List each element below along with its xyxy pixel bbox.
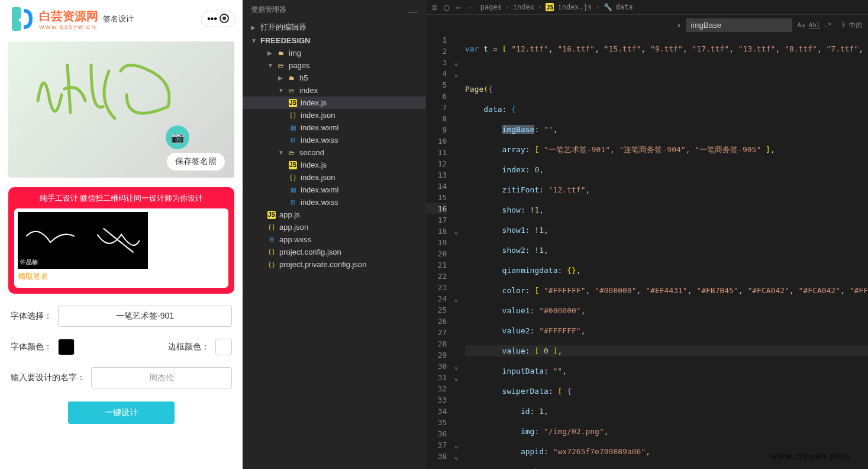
font-color-picker[interactable] — [58, 339, 75, 355]
folder-img[interactable]: ▶🖿img — [243, 47, 426, 59]
file-index-wxss[interactable]: ⊟index.wxss — [243, 134, 426, 146]
crumb-data[interactable]: data — [616, 3, 633, 11]
crumb-file[interactable]: index.js — [557, 3, 592, 11]
design-button[interactable]: 一键设计 — [68, 401, 175, 424]
explorer-more-icon[interactable]: … — [408, 5, 418, 15]
promo-title: 纯手工设计 微信扫二维码让同一设计师为你设计 — [14, 193, 228, 204]
bookmark-icon[interactable]: ▢ — [444, 2, 448, 12]
capsule-buttons[interactable]: ••• — [201, 11, 235, 27]
regex-icon[interactable]: .* — [824, 21, 832, 29]
border-color-picker[interactable] — [215, 339, 232, 355]
font-color-label: 字体颜色： — [11, 342, 52, 352]
promo-sample-2[interactable] — [83, 212, 148, 269]
font-select-row: 字体选择： 一笔艺术签-901 — [0, 300, 243, 333]
font-select[interactable]: 一笔艺术签-901 — [58, 306, 232, 327]
sample-sig-2 — [85, 214, 146, 266]
more-icon[interactable]: ••• — [207, 14, 217, 24]
file-app-wxss[interactable]: ⊟app.wxss — [243, 233, 426, 246]
folder-second[interactable]: ▼🗁second — [243, 146, 426, 159]
crumb-pages[interactable]: pages — [480, 3, 502, 11]
explorer-header: 资源管理器 … — [243, 0, 426, 20]
file-project-private[interactable]: { }project.private.config.json — [243, 258, 426, 271]
input-label: 输入要设计的名字： — [11, 372, 85, 383]
promo-sample-1[interactable]: 许晶楠 — [18, 212, 83, 269]
file-second-json[interactable]: { }index.json — [243, 171, 426, 184]
search-count: 3 中的 — [841, 21, 862, 30]
watermark: www.ziyuan.plus — [770, 451, 850, 461]
fold-gutter[interactable]: ⌄⌄⌄⌄⌄⌄⌄⌄ — [454, 34, 465, 469]
line-gutter: 1234567891011121314151617181920212223242… — [426, 34, 454, 469]
app-title: 签名设计 — [103, 14, 134, 24]
camera-icon[interactable]: 📷 — [166, 126, 189, 149]
file-app-js[interactable]: JSapp.js — [243, 208, 426, 221]
close-icon[interactable] — [220, 14, 229, 23]
compare-icon[interactable]: ≣ — [432, 2, 437, 12]
folder-index[interactable]: ▼🗁index — [243, 84, 426, 97]
section-open-editors[interactable]: ▶打开的编辑器 — [243, 20, 426, 34]
input-row: 输入要设计的名字： 周杰伦 — [0, 361, 243, 394]
signature-image — [32, 53, 198, 136]
name-input[interactable]: 周杰伦 — [91, 367, 232, 388]
font-select-label: 字体选择： — [11, 311, 52, 322]
file-second-wxss[interactable]: ⊟index.wxss — [243, 196, 426, 208]
promo-images: 许晶楠 领取签名 — [14, 208, 228, 288]
logo-icon — [7, 5, 36, 33]
color-row: 字体颜色： 边框颜色： — [0, 333, 243, 361]
logo-title: 白芸资源网 — [39, 8, 98, 24]
file-app-json[interactable]: { }app.json — [243, 221, 426, 233]
mobile-preview: 白芸资源网 WWW.52BYW.CN 签名设计 ••• 📷 保存签名照 纯手工设… — [0, 0, 243, 469]
code-content[interactable]: var t = [ "12.ttf", "16.ttf", "15.ttf", … — [465, 34, 868, 469]
file-project-config[interactable]: { }project.config.json — [243, 246, 426, 258]
file-index-js[interactable]: JSindex.js — [243, 97, 426, 109]
back-icon[interactable]: ← — [456, 2, 461, 12]
file-index-json[interactable]: { }index.json — [243, 109, 426, 121]
case-icon[interactable]: Aa — [797, 21, 805, 29]
file-explorer: 资源管理器 … ▶打开的编辑器 ▼FREEDESIGN ▶🖿img ▼🗁page… — [243, 0, 426, 469]
method-icon: 🔧 — [604, 3, 612, 11]
get-signature-link[interactable]: 领取签名 — [18, 269, 148, 284]
file-second-js[interactable]: JSindex.js — [243, 159, 426, 171]
section-project[interactable]: ▼FREEDESIGN — [243, 34, 426, 47]
code-area[interactable]: 1234567891011121314151617181920212223242… — [426, 34, 868, 469]
sample-sig-1 — [20, 214, 80, 258]
folder-h5[interactable]: ▶🖿h5 — [243, 72, 426, 84]
border-color-label: 边框颜色： — [168, 342, 209, 352]
code-editor: ≣ ▢ ← → pages› index› JSindex.js› 🔧data … — [426, 0, 868, 469]
logo: 白芸资源网 WWW.52BYW.CN — [7, 5, 98, 33]
search-bar: › Aa Abl .* 3 中的 — [677, 18, 862, 32]
promo-label-1: 许晶楠 — [20, 258, 80, 266]
logo-subtitle: WWW.52BYW.CN — [39, 24, 98, 30]
word-icon[interactable]: Abl — [809, 21, 821, 29]
breadcrumb[interactable]: pages› index› JSindex.js› 🔧data — [480, 3, 633, 11]
signature-canvas: 📷 保存签名照 — [8, 41, 234, 178]
mobile-header: 白芸资源网 WWW.52BYW.CN 签名设计 ••• — [0, 0, 243, 38]
folder-pages[interactable]: ▼🗁pages — [243, 59, 426, 72]
forward-icon[interactable]: → — [468, 2, 473, 12]
promo-box: 纯手工设计 微信扫二维码让同一设计师为你设计 许晶楠 领取签名 — [8, 187, 234, 294]
editor-toolbar: ≣ ▢ ← → pages› index› JSindex.js› 🔧data — [426, 0, 868, 15]
file-second-wxml[interactable]: ▤index.wxml — [243, 184, 426, 196]
file-index-wxml[interactable]: ▤index.wxml — [243, 121, 426, 134]
crumb-index[interactable]: index — [513, 3, 534, 11]
search-options: Aa Abl .* — [797, 21, 831, 29]
save-signature-button[interactable]: 保存签名照 — [167, 153, 225, 171]
search-input[interactable] — [686, 18, 792, 32]
explorer-title: 资源管理器 — [251, 5, 286, 15]
